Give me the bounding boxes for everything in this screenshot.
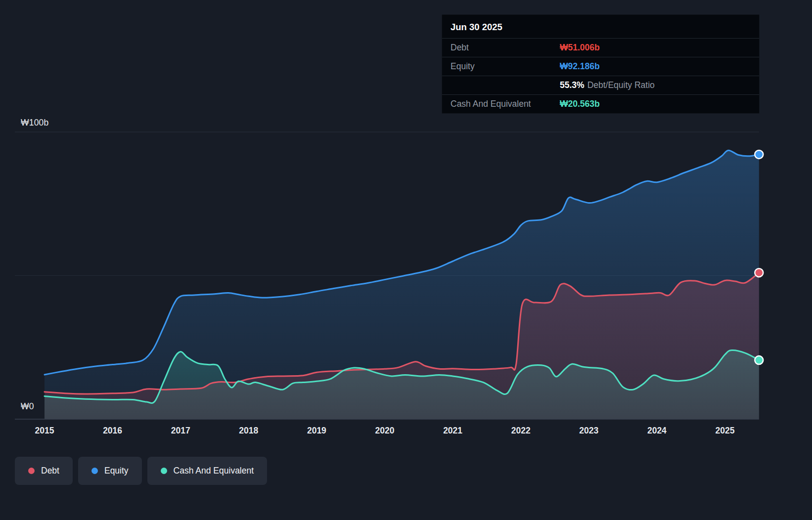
tooltip-row-cash: Cash And Equivalent ₩20.563b: [442, 94, 759, 113]
tooltip-debt-value: ₩51.006b: [560, 43, 600, 53]
tooltip-ratio-percent: 55.3%: [560, 80, 585, 90]
x-axis-label: 2022: [511, 426, 531, 435]
tooltip-date: Jun 30 2025: [442, 15, 759, 38]
legend-cash-label: Cash And Equivalent: [174, 466, 254, 476]
tooltip-row-ratio: 55.3%Debt/Equity Ratio: [442, 76, 759, 94]
x-axis-label: 2015: [35, 426, 54, 435]
tooltip-equity-value: ₩92.186b: [560, 61, 600, 72]
legend-item-cash[interactable]: Cash And Equivalent: [147, 457, 267, 485]
equity-dot-icon: [91, 468, 98, 474]
legend-item-equity[interactable]: Equity: [78, 457, 142, 485]
debt-endpoint-marker[interactable]: [755, 268, 763, 277]
legend-item-debt[interactable]: Debt: [15, 457, 73, 485]
chart-panel: 2015201620172018201920202021202220232024…: [0, 0, 812, 520]
x-axis-label: 2020: [375, 426, 395, 435]
tooltip-cash-label: Cash And Equivalent: [451, 99, 560, 109]
x-axis-label: 2024: [647, 426, 667, 435]
tooltip-equity-label: Equity: [451, 61, 560, 72]
x-axis-label: 2018: [239, 426, 258, 435]
tooltip-debt-label: Debt: [451, 43, 560, 53]
equity-endpoint-marker[interactable]: [755, 150, 763, 159]
tooltip-ratio-label: Debt/Equity Ratio: [587, 80, 655, 90]
x-axis-label: 2021: [443, 426, 462, 435]
x-axis-label: 2016: [103, 426, 122, 435]
tooltip-row-debt: Debt ₩51.006b: [442, 38, 759, 57]
y-axis-label-0: ₩0: [21, 401, 34, 412]
cash-endpoint-marker[interactable]: [755, 356, 763, 364]
tooltip-row-equity: Equity ₩92.186b: [442, 57, 759, 76]
legend-debt-label: Debt: [41, 466, 59, 476]
cash-dot-icon: [161, 468, 167, 474]
debt-dot-icon: [28, 468, 35, 474]
chart-legend: Debt Equity Cash And Equivalent: [15, 457, 267, 485]
x-axis-label: 2019: [307, 426, 326, 435]
y-axis-label-100b: ₩100b: [21, 118, 48, 128]
chart-tooltip: Jun 30 2025 Debt ₩51.006b Equity ₩92.186…: [442, 14, 760, 114]
tooltip-cash-value: ₩20.563b: [560, 99, 600, 109]
x-axis-label: 2017: [171, 426, 190, 435]
x-axis-label: 2025: [716, 426, 735, 435]
legend-equity-label: Equity: [104, 466, 129, 476]
x-axis-label: 2023: [579, 426, 598, 435]
tooltip-ratio-value: 55.3%Debt/Equity Ratio: [560, 80, 655, 90]
